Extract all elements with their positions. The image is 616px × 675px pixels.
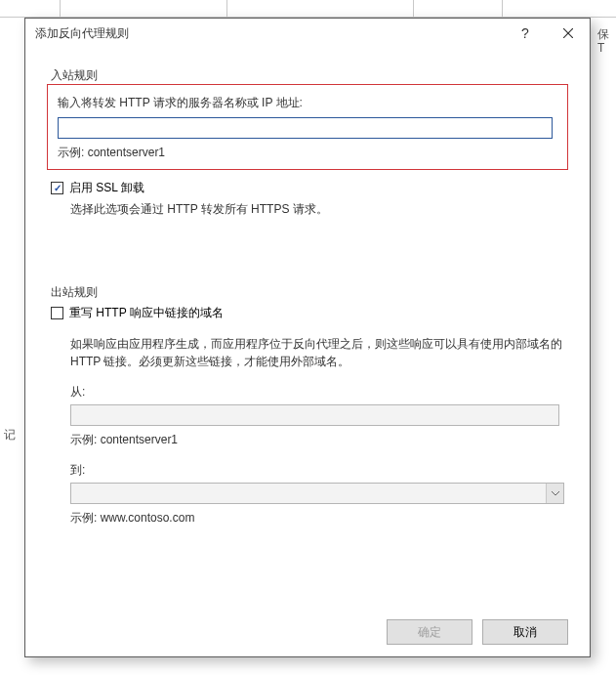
dialog-footer: 确定 取消 [387,619,568,645]
inbound-highlight-box: 输入将转发 HTTP 请求的服务器名称或 IP 地址: 示例: contents… [47,84,568,170]
outbound-desc: 如果响应由应用程序生成，而应用程序位于反向代理之后，则这些响应可以具有使用内部域… [70,335,564,370]
close-button[interactable] [547,19,590,48]
cancel-button[interactable]: 取消 [482,619,568,645]
rewrite-domain-label: 重写 HTTP 响应中链接的域名 [69,305,224,321]
to-example: 示例: www.contoso.com [70,510,568,527]
close-icon [563,28,573,38]
server-name-input[interactable] [58,117,553,139]
help-button[interactable]: ? [504,19,547,48]
titlebar: 添加反向代理规则 ? [25,19,590,48]
background-left: 记 [0,18,24,675]
rewrite-domain-row[interactable]: 重写 HTTP 响应中链接的域名 [51,305,568,321]
from-label: 从: [70,384,568,401]
to-label: 到: [70,462,568,479]
from-input [70,404,559,426]
to-combobox [70,483,564,504]
background-header [0,0,616,18]
ssl-offload-checkbox[interactable] [51,182,63,194]
server-name-label: 输入将转发 HTTP 请求的服务器名称或 IP 地址: [58,95,557,111]
server-name-example: 示例: contentserver1 [58,145,557,161]
dialog-title: 添加反向代理规则 [35,25,504,42]
ok-button[interactable]: 确定 [387,619,472,645]
reverse-proxy-dialog: 添加反向代理规则 ? 入站规则 输入将转发 HTTP 请求的服务器名称或 IP … [24,18,591,657]
chevron-down-icon [552,491,559,496]
outbound-group-title: 出站规则 [51,284,568,301]
background-right: 保 T [592,18,616,675]
from-example: 示例: contentserver1 [70,432,568,448]
ssl-offload-label: 启用 SSL 卸载 [69,180,144,196]
to-combo-field [70,483,564,504]
ssl-offload-desc: 选择此选项会通过 HTTP 转发所有 HTTPS 请求。 [70,200,568,218]
inbound-group-title: 入站规则 [51,67,568,84]
ssl-offload-row[interactable]: 启用 SSL 卸载 [51,180,568,196]
to-combo-dropdown-button[interactable] [546,484,563,503]
rewrite-domain-checkbox[interactable] [51,307,63,319]
